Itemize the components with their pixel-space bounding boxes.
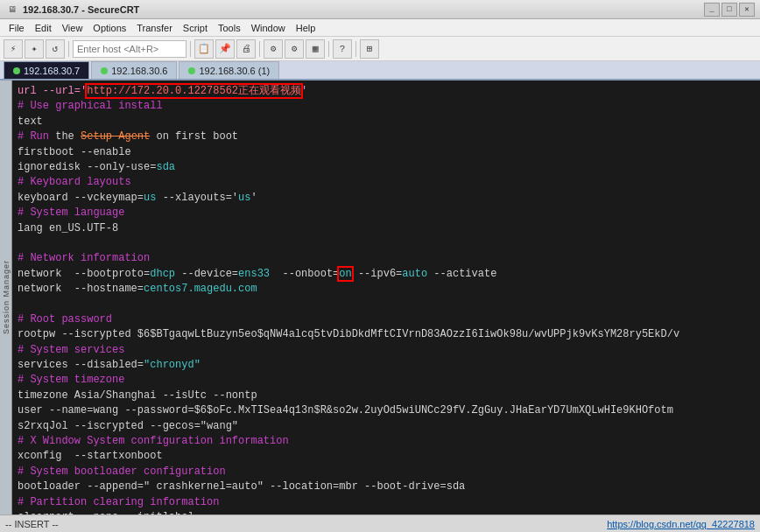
menu-bar: File Edit View Options Transfer Script T… bbox=[0, 19, 760, 37]
title-bar: 🖥 192.168.30.7 - SecureCRT _ □ ✕ bbox=[0, 0, 760, 19]
session-bar: Session Manager bbox=[0, 80, 12, 514]
separator1 bbox=[68, 41, 69, 57]
terminal[interactable]: url --url='http://172.20.0.12278562正在观看视… bbox=[12, 80, 760, 514]
status-mode: -- INSERT -- bbox=[5, 519, 607, 529]
line-run: # Run the Setup Agent on first boot bbox=[18, 130, 755, 144]
line-network1: network --bootproto=dhcp --device=ens33 … bbox=[18, 267, 755, 282]
line-root-comment: # Root password bbox=[18, 312, 755, 327]
separator3 bbox=[259, 41, 260, 57]
menu-edit[interactable]: Edit bbox=[30, 21, 57, 35]
line-timezone-comment: # System timezone bbox=[18, 373, 755, 388]
tab-indicator-3 bbox=[188, 67, 195, 74]
menu-window[interactable]: Window bbox=[246, 21, 291, 35]
line-xwindow-comment: # X Window System configuration informat… bbox=[18, 434, 755, 449]
menu-options[interactable]: Options bbox=[88, 21, 131, 35]
line-network-comment: # Network information bbox=[18, 251, 755, 266]
app-icon: 🖥 bbox=[5, 3, 19, 17]
line-url: url --url='http://172.20.0.12278562正在观看视… bbox=[18, 84, 755, 99]
line-timezone: timezone Asia/Shanghai --isUtc --nontp bbox=[18, 388, 755, 403]
line-clearpart: clearpart --none --initlabel bbox=[18, 510, 755, 514]
line-rootpw: rootpw --iscrypted $6$BTgaqwLtBuzyn5eo$q… bbox=[18, 327, 755, 342]
toolbar-print[interactable]: 🖨 bbox=[236, 39, 256, 59]
tab-label-1: 192.168.30.7 bbox=[24, 66, 80, 76]
toolbar-reconnect[interactable]: ↺ bbox=[46, 39, 65, 59]
tab-1[interactable]: 192.168.30.7 bbox=[4, 61, 89, 79]
toolbar-options2[interactable]: ⚙ bbox=[285, 39, 304, 59]
line-user2: s2rxqJol --iscrypted --gecos="wang" bbox=[18, 419, 755, 434]
toolbar-new[interactable]: ⚡ bbox=[4, 39, 23, 59]
line-ignoredisk: ignoredisk --only-use=sda bbox=[18, 160, 755, 175]
tab-label-2: 192.168.30.6 bbox=[111, 66, 167, 76]
window-controls: _ □ ✕ bbox=[704, 3, 755, 17]
host-input[interactable] bbox=[73, 40, 186, 58]
line-network2: network --hostname=centos7.magedu.com bbox=[18, 282, 755, 297]
menu-tools[interactable]: Tools bbox=[213, 21, 246, 35]
tab-2[interactable]: 192.168.30.6 bbox=[91, 61, 177, 79]
line-firstboot: firstboot --enable bbox=[18, 145, 755, 160]
menu-view[interactable]: View bbox=[57, 21, 88, 35]
status-link[interactable]: https://blog.csdn.net/qq_42227818 bbox=[607, 519, 755, 529]
tab-label-3: 192.168.30.6 (1) bbox=[199, 66, 270, 76]
line-blank1 bbox=[18, 236, 755, 251]
line-lang: lang en_US.UTF-8 bbox=[18, 221, 755, 236]
status-bar: -- INSERT -- https://blog.csdn.net/qq_42… bbox=[0, 514, 760, 532]
line-partition-comment: # Partition clearing information bbox=[18, 495, 755, 510]
line-services: services --disabled="chronyd" bbox=[18, 358, 755, 373]
tab-indicator-2 bbox=[101, 67, 108, 74]
toolbar-extra[interactable]: ⊞ bbox=[360, 39, 379, 59]
window-title: 192.168.30.7 - SecureCRT bbox=[23, 4, 139, 15]
tab-bar: 192.168.30.7 192.168.30.6 192.168.30.6 (… bbox=[0, 61, 760, 80]
menu-transfer[interactable]: Transfer bbox=[131, 21, 178, 35]
line-user: user --name=wang --password=$6$oFc.MxTIS… bbox=[18, 403, 755, 418]
line-blank2 bbox=[18, 297, 755, 312]
line-lang-comment: # System language bbox=[18, 206, 755, 220]
line-keyboard-comment: # Keyboard layouts bbox=[18, 175, 755, 190]
line-services-comment: # System services bbox=[18, 343, 755, 358]
toolbar-help[interactable]: ? bbox=[333, 39, 352, 59]
toolbar: ⚡ ✦ ↺ 📋 📌 🖨 ⚙ ⚙ ▦ ? ⊞ bbox=[0, 37, 760, 61]
minimize-button[interactable]: _ bbox=[704, 3, 720, 17]
tab-indicator-1 bbox=[13, 67, 20, 74]
line-graphical: # Use graphical install bbox=[18, 99, 755, 114]
toolbar-copy[interactable]: 📋 bbox=[194, 39, 214, 59]
session-label: Session Manager bbox=[2, 260, 11, 334]
line-bootloader-comment: # System bootloader configuration bbox=[18, 465, 755, 480]
separator2 bbox=[190, 41, 191, 57]
main-area: Session Manager url --url='http://172.20… bbox=[0, 80, 760, 514]
menu-file[interactable]: File bbox=[4, 21, 30, 35]
separator4 bbox=[328, 41, 329, 57]
menu-help[interactable]: Help bbox=[291, 21, 321, 35]
toolbar-settings[interactable]: ⚙ bbox=[264, 39, 283, 59]
toolbar-paste[interactable]: 📌 bbox=[215, 39, 235, 59]
line-bootloader: bootloader --append=" crashkernel=auto" … bbox=[18, 480, 755, 494]
line-keyboard: keyboard --vckeymap=us --xlayouts='us' bbox=[18, 191, 755, 206]
line-text: text bbox=[18, 115, 755, 130]
line-xconfig: xconfig --startxonboot bbox=[18, 449, 755, 464]
toolbar-connect[interactable]: ✦ bbox=[25, 39, 44, 59]
tab-3[interactable]: 192.168.30.6 (1) bbox=[179, 61, 279, 79]
maximize-button[interactable]: □ bbox=[721, 3, 737, 17]
close-button[interactable]: ✕ bbox=[739, 3, 755, 17]
separator5 bbox=[355, 41, 356, 57]
menu-script[interactable]: Script bbox=[178, 21, 213, 35]
toolbar-map[interactable]: ▦ bbox=[306, 39, 325, 59]
